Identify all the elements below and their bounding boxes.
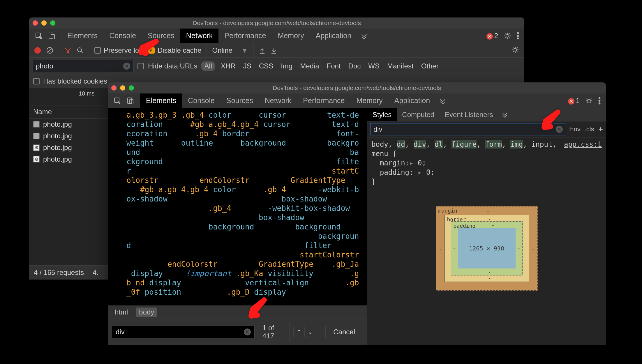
gear-icon[interactable]: [585, 97, 593, 105]
tab-application[interactable]: Application: [310, 29, 357, 43]
network-toolbar: Preserve log Disable cache Online ▼: [29, 43, 524, 58]
maximize-icon[interactable]: [129, 85, 134, 91]
find-nav: ⌃ ⌄: [293, 327, 316, 337]
clear-icon[interactable]: [46, 47, 54, 54]
tab-elements[interactable]: Elements: [140, 93, 182, 108]
menu-icon[interactable]: [517, 32, 519, 40]
hide-data-urls-checkbox[interactable]: [137, 63, 144, 69]
disable-cache-label: Disable cache: [158, 46, 202, 54]
cls-toggle[interactable]: .cls: [585, 126, 594, 133]
filter-type-ws[interactable]: WS: [366, 61, 381, 71]
tab-performance[interactable]: Performance: [297, 93, 350, 108]
svg-point-5: [517, 35, 519, 36]
titlebar[interactable]: DevTools - developers.google.com/web/too…: [108, 82, 606, 93]
tab-console[interactable]: Console: [182, 93, 221, 108]
window-title: DevTools - developers.google.com/web/too…: [29, 20, 524, 26]
filter-type-css[interactable]: CSS: [257, 61, 275, 71]
tab-sources[interactable]: Sources: [142, 29, 180, 43]
svg-point-4: [517, 32, 519, 34]
titlebar[interactable]: DevTools - developers.google.com/web/too…: [29, 17, 524, 29]
tab-sources[interactable]: Sources: [221, 93, 259, 108]
styles-pane: Styles Computed Event Listeners ✕ :hov .…: [367, 108, 606, 345]
filter-type-all[interactable]: All: [201, 61, 215, 71]
box-dimensions: 1265 × 938: [458, 228, 516, 268]
preserve-log-label: Preserve log: [104, 46, 143, 54]
tab-application[interactable]: Application: [389, 93, 436, 108]
find-next-button[interactable]: ⌄: [305, 327, 316, 337]
filter-type-manifest[interactable]: Manifest: [385, 61, 415, 71]
record-button[interactable]: [34, 47, 41, 54]
find-bar: ✕ 1 of 417 ⌃ ⌄ Cancel: [108, 319, 367, 345]
tab-console[interactable]: Console: [103, 29, 142, 43]
maximize-icon[interactable]: [50, 20, 55, 26]
css-rule[interactable]: app.css:1 body, dd, div, dl, figure, for…: [367, 137, 606, 189]
source-link[interactable]: app.css:1: [564, 140, 602, 149]
more-tabs-icon[interactable]: [436, 98, 449, 104]
gear-icon[interactable]: [503, 32, 512, 40]
tab-styles[interactable]: Styles: [367, 108, 397, 121]
svg-point-6: [517, 38, 519, 39]
tab-elements[interactable]: Elements: [61, 29, 103, 43]
source-code[interactable]: a.gb_3.gb_3,.gb_4{color:#666;cursor:defa…: [108, 108, 367, 305]
box-model[interactable]: margin - - - - border - - - - padding - …: [436, 206, 538, 291]
upload-icon[interactable]: [259, 47, 265, 54]
tab-memory[interactable]: Memory: [350, 93, 388, 108]
breadcrumb-body[interactable]: body: [136, 308, 157, 317]
filter-input[interactable]: ✕: [33, 60, 133, 72]
svg-point-3: [506, 34, 509, 37]
throttling-select[interactable]: Online ▼: [207, 43, 253, 57]
tab-memory[interactable]: Memory: [272, 29, 310, 43]
styles-filter-input[interactable]: ✕: [370, 123, 566, 135]
tab-event-listeners[interactable]: Event Listeners: [440, 108, 498, 121]
elements-source-pane[interactable]: a.gb_3.gb_3,.gb_4{color:#666;cursor:defa…: [108, 108, 367, 345]
preserve-log-checkbox[interactable]: [94, 47, 101, 54]
inspect-icon[interactable]: [35, 32, 43, 40]
error-badge[interactable]: ✕1: [568, 97, 580, 105]
find-prev-button[interactable]: ⌃: [293, 327, 305, 337]
disable-cache-checkbox[interactable]: [148, 47, 155, 54]
gear-icon[interactable]: [512, 46, 519, 54]
filter-icon[interactable]: [64, 47, 71, 54]
find-result-count: 1 of 417: [258, 322, 290, 342]
tab-computed[interactable]: Computed: [397, 108, 440, 121]
svg-point-14: [599, 97, 600, 99]
tab-network[interactable]: Network: [180, 29, 219, 43]
error-badge[interactable]: ✕2: [486, 32, 498, 40]
minimize-icon[interactable]: [41, 20, 47, 26]
search-icon[interactable]: [77, 47, 84, 54]
svg-point-16: [599, 103, 600, 104]
minimize-icon[interactable]: [120, 85, 125, 91]
more-tabs-icon[interactable]: [498, 112, 511, 118]
inspect-icon[interactable]: [114, 97, 121, 105]
find-input[interactable]: ✕: [112, 326, 255, 338]
clear-icon[interactable]: ✕: [123, 63, 130, 70]
menu-icon[interactable]: [598, 97, 601, 105]
tab-network[interactable]: Network: [259, 93, 297, 108]
svg-point-9: [514, 48, 517, 51]
filter-type-img[interactable]: Img: [279, 61, 294, 71]
breadcrumb-html[interactable]: html: [112, 308, 131, 317]
filter-type-doc[interactable]: Doc: [347, 61, 363, 71]
filter-type-xhr[interactable]: XHR: [219, 61, 237, 71]
filter-type-other[interactable]: Other: [419, 61, 440, 71]
close-icon[interactable]: [111, 85, 117, 91]
filter-type-media[interactable]: Media: [298, 61, 321, 71]
download-icon[interactable]: [271, 47, 277, 54]
clear-icon[interactable]: ✕: [556, 126, 563, 133]
blocked-cookies-checkbox[interactable]: [33, 78, 40, 84]
device-icon[interactable]: [48, 32, 55, 40]
filter-type-font[interactable]: Font: [325, 61, 343, 71]
styles-filter: ✕ :hov .cls +: [367, 121, 606, 137]
transfer-size: 4.: [93, 268, 98, 277]
device-icon[interactable]: [126, 97, 134, 105]
filter-type-js[interactable]: JS: [241, 61, 253, 71]
hov-toggle[interactable]: :hov: [568, 126, 581, 133]
close-icon[interactable]: [33, 20, 38, 26]
new-rule-button[interactable]: +: [598, 125, 603, 134]
more-tabs-icon[interactable]: [357, 33, 371, 39]
cancel-button[interactable]: Cancel: [325, 326, 363, 338]
svg-point-15: [599, 100, 600, 101]
clear-icon[interactable]: ✕: [244, 328, 251, 335]
tab-performance[interactable]: Performance: [218, 29, 272, 43]
main-tabs: Elements Console Sources Network Perform…: [29, 29, 524, 43]
